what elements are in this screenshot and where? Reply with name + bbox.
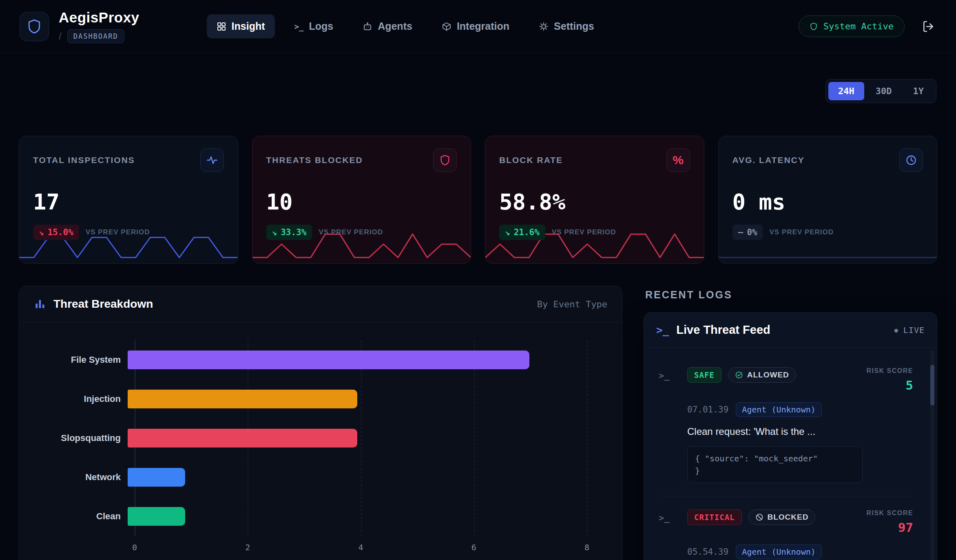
- feed-title: Live Threat Feed: [676, 323, 770, 337]
- nav-item-insight[interactable]: Insight: [207, 14, 275, 38]
- range-24h-button[interactable]: 24H: [828, 82, 864, 100]
- bot-icon: [363, 22, 372, 31]
- axis-tick: 8: [584, 542, 589, 552]
- grid-icon: [217, 22, 226, 31]
- stat-card-avg-latency: AVG. LATENCY 0 ms — 0% VS PREV PERIOD: [718, 136, 938, 264]
- axis-tick: 4: [358, 542, 363, 552]
- stat-title: BLOCK RATE: [499, 155, 563, 165]
- nav-item-logs[interactable]: >_ Logs: [285, 14, 343, 38]
- threat-breakdown-card: Threat Breakdown By Event Type File Syst…: [19, 286, 622, 560]
- axis-tick: 6: [471, 542, 476, 552]
- nav-item-agents[interactable]: Agents: [353, 14, 422, 38]
- logout-icon: [922, 20, 935, 33]
- axis-tick: 0: [132, 542, 137, 552]
- range-30d-button[interactable]: 30D: [866, 82, 902, 100]
- bar-file-system: [128, 351, 529, 369]
- clock-icon: [899, 148, 923, 172]
- dash-icon: —: [738, 227, 744, 237]
- entry-divider: [659, 496, 913, 496]
- log-timestamp: 07.01.39: [687, 405, 728, 414]
- stat-value: 0 ms: [732, 189, 923, 215]
- log-entry: >_ CRITICAL BLOCKED RISK SCORE: [659, 509, 913, 560]
- risk-score-label: RISK SCORE: [866, 509, 913, 517]
- arrow-down-right-icon: ↘: [505, 227, 510, 237]
- delta-value: 21.6%: [514, 227, 540, 237]
- app-title: AegisProxy: [59, 9, 139, 26]
- range-1y-button[interactable]: 1Y: [903, 82, 934, 100]
- feed-list: >_ SAFE ALLOWED RISK SCORE: [644, 348, 937, 560]
- risk-score-block: RISK SCORE 97: [866, 509, 913, 535]
- risk-score-value: 5: [866, 378, 913, 392]
- nav-item-label: Settings: [554, 20, 594, 32]
- bar-network: [128, 468, 185, 487]
- stat-value: 10: [266, 189, 457, 215]
- bar-chart: File System Injection Slopsquatting Netw…: [19, 322, 622, 559]
- agent-badge: Agent (Unknown): [736, 545, 822, 559]
- breadcrumb-badge: DASHBOARD: [67, 29, 124, 43]
- arrow-down-right-icon: ↘: [272, 227, 277, 237]
- live-threat-feed-card: >_ Live Threat Feed ● LIVE >_ SAFE: [644, 312, 937, 560]
- log-payload-code: { "source": "mock_seeder" }: [687, 446, 863, 483]
- nav-item-label: Agents: [378, 20, 412, 32]
- live-label: LIVE: [903, 325, 925, 335]
- feed-scrollbar[interactable]: [930, 350, 934, 560]
- log-message: Clean request: 'What is the ...: [687, 426, 913, 437]
- bar-slopsquatting: [128, 429, 357, 448]
- breadcrumb-separator: /: [59, 31, 62, 42]
- time-range-selector: 24H 30D 1Y: [825, 79, 936, 103]
- compare-label: VS PREV PERIOD: [319, 228, 383, 236]
- severity-badge: CRITICAL: [687, 509, 742, 525]
- gear-icon: [539, 22, 549, 31]
- chart-bar-row: Network: [34, 458, 607, 497]
- delta-value: 33.3%: [281, 227, 306, 237]
- log-timestamp: 05.54.39: [687, 547, 728, 557]
- nav-item-integration[interactable]: Integration: [432, 14, 519, 38]
- category-label: Network: [34, 472, 128, 483]
- nav-item-settings[interactable]: Settings: [529, 14, 604, 38]
- delta-badge: ↘ 15.0%: [33, 225, 79, 240]
- chart-bar-row: Clean: [34, 497, 607, 536]
- category-label: Injection: [34, 394, 128, 404]
- feed-scrollbar-thumb[interactable]: [930, 365, 934, 406]
- action-badge: BLOCKED: [748, 509, 816, 525]
- chart-subtitle: By Event Type: [537, 299, 607, 309]
- axis-tick: 2: [245, 542, 250, 552]
- stat-card-total-inspections: TOTAL INSPECTIONS 17 ↘ 15.0% VS PREV PER…: [19, 136, 238, 264]
- delta-value: 15.0%: [48, 227, 73, 237]
- nav-item-label: Insight: [232, 20, 265, 32]
- compare-label: VS PREV PERIOD: [552, 228, 616, 236]
- app-header: AegisProxy / DASHBOARD Insight >_ Logs A…: [0, 0, 956, 53]
- app-logo: [20, 12, 49, 41]
- x-axis: 0 2 4 6 8: [135, 536, 587, 559]
- shield-icon: [433, 148, 457, 172]
- ban-icon: [755, 513, 763, 521]
- log-entry: >_ SAFE ALLOWED RISK SCORE: [659, 367, 913, 483]
- compare-label: VS PREV PERIOD: [769, 228, 834, 236]
- logout-button[interactable]: [920, 18, 936, 35]
- live-dot-icon: ●: [894, 326, 898, 334]
- action-label: ALLOWED: [747, 370, 789, 379]
- chart-bar-row: Injection: [34, 379, 607, 419]
- check-circle-icon: [735, 371, 743, 379]
- system-status-label: System Active: [823, 21, 894, 31]
- main-content: Threat Breakdown By Event Type File Syst…: [0, 286, 956, 560]
- stat-value: 17: [33, 189, 224, 215]
- risk-score-value: 97: [866, 520, 913, 535]
- category-label: File System: [34, 355, 128, 365]
- percent-icon: %: [666, 148, 690, 172]
- terminal-icon: >_: [294, 22, 304, 31]
- terminal-prompt-icon: >_: [659, 509, 687, 560]
- bar-injection: [128, 390, 357, 408]
- category-label: Clean: [34, 511, 128, 522]
- compare-label: VS PREV PERIOD: [86, 228, 150, 236]
- action-badge: ALLOWED: [728, 367, 796, 383]
- breadcrumb: / DASHBOARD: [59, 29, 139, 43]
- stat-cards-row: TOTAL INSPECTIONS 17 ↘ 15.0% VS PREV PER…: [0, 136, 956, 264]
- delta-badge: ↘ 33.3%: [266, 225, 312, 240]
- category-label: Slopsquatting: [34, 433, 128, 443]
- shield-icon: [810, 22, 818, 31]
- stat-title: TOTAL INSPECTIONS: [33, 155, 135, 165]
- terminal-prompt-icon: >_: [659, 367, 687, 483]
- header-right: System Active: [799, 15, 936, 37]
- live-indicator: ● LIVE: [894, 325, 925, 335]
